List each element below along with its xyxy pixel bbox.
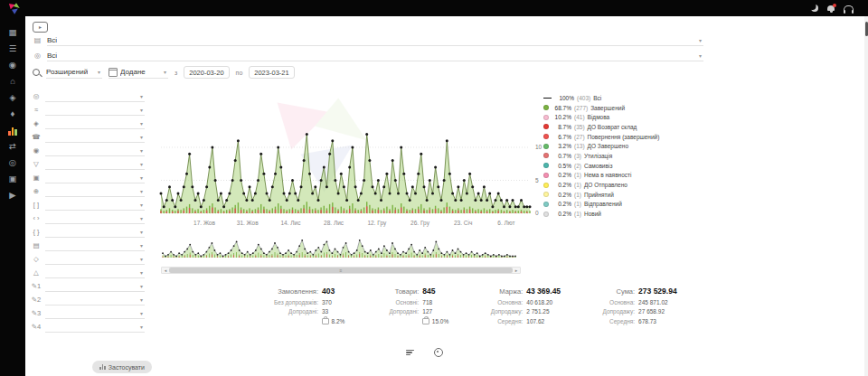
stat-sub-value: 370 xyxy=(322,299,332,306)
filter-row-site: ⊕ xyxy=(31,184,145,198)
group-select[interactable] xyxy=(45,118,145,129)
view-list-icon[interactable] xyxy=(406,348,414,356)
legend-count: (1) xyxy=(574,211,581,217)
filter2-value: Всі xyxy=(47,52,57,60)
svg-text:31. Жов: 31. Жов xyxy=(237,220,259,226)
info-icon[interactable]: ◎ xyxy=(5,157,20,168)
date-to-input[interactable]: 2023-03-21 xyxy=(249,66,294,79)
legend-item[interactable]: 8.7%(35)ДО Возврат склад xyxy=(543,122,659,132)
legend-pct: 10.2% xyxy=(552,114,571,120)
notifications-bell-icon[interactable] xyxy=(827,5,835,11)
site-select[interactable] xyxy=(45,186,145,197)
tag-select[interactable] xyxy=(45,268,145,278)
date-from-input[interactable]: 2020-03-20 xyxy=(184,66,229,79)
clients-icon[interactable]: ◉ xyxy=(5,60,20,70)
svg-text:5: 5 xyxy=(535,177,539,183)
legend-item[interactable]: 0.2%(1)Прийнятий xyxy=(543,190,659,200)
filter-row-tag: △ xyxy=(31,266,145,279)
legend-dot xyxy=(543,124,549,129)
legend-dot xyxy=(543,202,549,207)
theme-moon-icon[interactable] xyxy=(811,5,818,12)
scroll-right-icon[interactable]: ▸ xyxy=(513,268,520,273)
legend-item[interactable]: 6.7%(27)Повернення (завершений) xyxy=(543,132,659,142)
stat-value: 403 xyxy=(322,287,335,296)
legend-pct: 68.7% xyxy=(552,105,571,111)
stat-sub-label: Допродані: xyxy=(268,308,322,315)
legend-item[interactable]: 0.2%(1)Новий xyxy=(543,209,659,219)
stat-sub-label: Основна: xyxy=(472,299,526,306)
legend-item[interactable]: 0.2%(1)Нема в наявності xyxy=(543,171,659,181)
legend-item[interactable]: 0.2%(1)Відправлений xyxy=(543,200,659,210)
filter-row-note-2: ✎2 xyxy=(31,293,145,306)
legend-count: (1) xyxy=(574,192,581,198)
stats-group: Сума:273 529.94Основна:245 871.02Допрода… xyxy=(584,286,677,325)
phone-select[interactable] xyxy=(45,132,145,143)
utm-term-select[interactable] xyxy=(45,240,145,251)
mini-chart-scrollbar: ◂ ▸ xyxy=(161,267,521,274)
filter-row-status: ◎ xyxy=(31,89,145,103)
legend-pct: 0.5% xyxy=(552,163,571,169)
geo-select[interactable] xyxy=(45,146,145,156)
note-2-select[interactable] xyxy=(45,295,145,306)
stat-title: Маржа: xyxy=(472,287,526,296)
filter-row-utm-medium: ‹ › xyxy=(31,212,145,225)
trend-select[interactable] xyxy=(45,105,145,116)
video-icon[interactable]: ▶ xyxy=(5,190,20,201)
store-icon[interactable]: ⌂ xyxy=(5,76,20,87)
legend-item[interactable]: 3.2%(13)ДО Завершено xyxy=(543,141,659,151)
product-select[interactable] xyxy=(45,173,145,183)
legend-pct: 3.2% xyxy=(552,143,571,149)
support-headset-icon[interactable] xyxy=(844,5,854,12)
dashboard-icon[interactable]: ▦ xyxy=(5,27,20,38)
legend-dot xyxy=(543,144,549,149)
note-3-select[interactable] xyxy=(45,308,145,319)
stat-sub-value: 8.2% xyxy=(322,318,344,324)
utm-medium-select[interactable] xyxy=(45,213,145,224)
legend-item[interactable]: 0.7%(3)Утилізація xyxy=(543,151,659,161)
warehouse-icon[interactable]: ▣ xyxy=(5,174,20,184)
status-icon: ◎ xyxy=(31,92,42,100)
utm-term-icon: ▤ xyxy=(31,241,42,249)
status-select[interactable] xyxy=(45,91,145,102)
note-4-select[interactable] xyxy=(45,322,145,333)
products-icon[interactable]: ◈ xyxy=(5,92,20,103)
brand-logo-icon[interactable] xyxy=(6,2,22,15)
filter1-select[interactable]: Всі xyxy=(47,34,703,46)
status-filter-icon: ◎ xyxy=(33,52,42,60)
main-chart[interactable]: 051017. Жов31. Жов14. Лис28. Лис12. Гру2… xyxy=(159,87,568,231)
filter2-select[interactable]: Всі xyxy=(47,50,703,61)
scrollbar-handle[interactable] xyxy=(169,268,513,273)
legend-item[interactable]: 10.2%(41)Відмова xyxy=(543,112,659,122)
scroll-left-icon[interactable]: ◂ xyxy=(162,268,169,273)
legend-item[interactable]: 0.2%(1)ДО Отправлено xyxy=(543,180,659,190)
stat-sub-label: Основна: xyxy=(584,299,638,306)
utm-source-select[interactable] xyxy=(45,200,145,211)
mini-chart-svg[interactable] xyxy=(161,237,519,262)
analytics-icon[interactable] xyxy=(5,125,20,136)
utm-content-select[interactable] xyxy=(45,254,145,265)
date-to-label: по xyxy=(236,70,243,76)
legend-dot xyxy=(543,105,549,110)
video-guide-icon[interactable] xyxy=(33,22,48,33)
search-mode-select[interactable]: Розширений xyxy=(46,67,102,79)
page-scrollbar-thumb[interactable] xyxy=(865,22,868,36)
integrations-icon[interactable]: ⇄ xyxy=(5,141,20,152)
svg-text:0: 0 xyxy=(535,210,539,216)
view-settings-icon[interactable] xyxy=(434,348,443,357)
legend-item[interactable]: 0.5%(2)Самовивіз xyxy=(543,161,659,171)
svg-text:17. Жов: 17. Жов xyxy=(193,220,215,226)
filter-row-utm-source: [ ] xyxy=(31,198,145,212)
note-1-select[interactable] xyxy=(45,281,145,292)
legend-pct: 0.2% xyxy=(552,172,571,178)
utm-campaign-select[interactable] xyxy=(45,227,145,238)
orders-icon[interactable]: ☰ xyxy=(5,43,20,54)
marketing-icon[interactable]: ♦ xyxy=(5,108,20,119)
legend-item[interactable]: 100%(403)Всі xyxy=(543,93,659,103)
apply-button[interactable]: Застосувати xyxy=(92,361,152,373)
legend-item[interactable]: 68.7%(277)Завершений xyxy=(543,103,659,113)
date-field-select[interactable]: Додане xyxy=(108,67,168,79)
search-icon[interactable] xyxy=(33,69,40,76)
funnel-select[interactable] xyxy=(45,159,145,170)
tag-icon: △ xyxy=(31,268,42,277)
stat-sub-label: Основні: xyxy=(368,299,422,306)
